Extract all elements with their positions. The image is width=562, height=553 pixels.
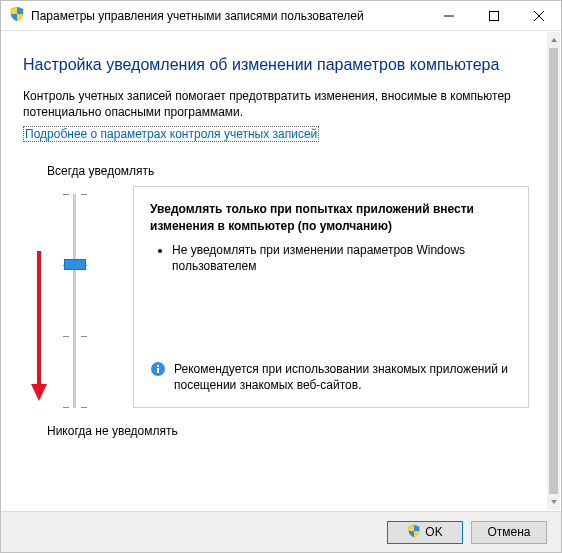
- cancel-button[interactable]: Отмена: [471, 521, 547, 544]
- slider-tick: [63, 194, 87, 195]
- description-bullet: Не уведомлять при изменении параметров W…: [172, 242, 512, 274]
- uac-shield-icon: [9, 6, 25, 25]
- window-title: Параметры управления учетными записями п…: [31, 9, 426, 23]
- slider-track[interactable]: [73, 194, 76, 408]
- description-title: Уведомлять только при попытках приложени…: [150, 201, 512, 233]
- ok-button[interactable]: OK: [387, 521, 463, 544]
- uac-shield-icon: [407, 524, 421, 541]
- slider-top-label: Всегда уведомлять: [47, 164, 529, 178]
- recommendation-text: Рекомендуется при использовании знакомых…: [174, 361, 512, 393]
- info-icon: [150, 361, 166, 380]
- maximize-button[interactable]: [471, 1, 516, 31]
- cancel-button-label: Отмена: [487, 525, 530, 539]
- minimize-button[interactable]: [426, 1, 471, 31]
- svg-rect-6: [157, 368, 159, 373]
- content-area: Настройка уведомления об изменении парам…: [1, 32, 547, 510]
- page-title: Настройка уведомления об изменении парам…: [23, 56, 529, 74]
- slider-tick: [63, 336, 87, 337]
- svg-rect-1: [489, 11, 498, 20]
- slider-bottom-label: Никогда не уведомлять: [47, 424, 529, 438]
- scroll-down-icon[interactable]: [547, 494, 560, 510]
- scrollbar-thumb[interactable]: [549, 48, 558, 494]
- intro-text: Контроль учетных записей помогает предот…: [23, 88, 529, 120]
- annotation-arrow-icon: [29, 246, 49, 409]
- titlebar: Параметры управления учетными записями п…: [1, 1, 561, 31]
- scroll-up-icon[interactable]: [547, 32, 560, 48]
- uac-slider[interactable]: [23, 186, 133, 416]
- slider-thumb[interactable]: [64, 259, 86, 270]
- description-panel: Уведомлять только при попытках приложени…: [133, 186, 529, 408]
- close-button[interactable]: [516, 1, 561, 31]
- svg-rect-7: [157, 365, 159, 367]
- vertical-scrollbar[interactable]: [547, 32, 560, 510]
- ok-button-label: OK: [425, 525, 442, 539]
- help-link[interactable]: Подробнее о параметрах контроля учетных …: [23, 126, 319, 142]
- slider-tick: [63, 407, 87, 408]
- dialog-footer: OK Отмена: [1, 511, 561, 552]
